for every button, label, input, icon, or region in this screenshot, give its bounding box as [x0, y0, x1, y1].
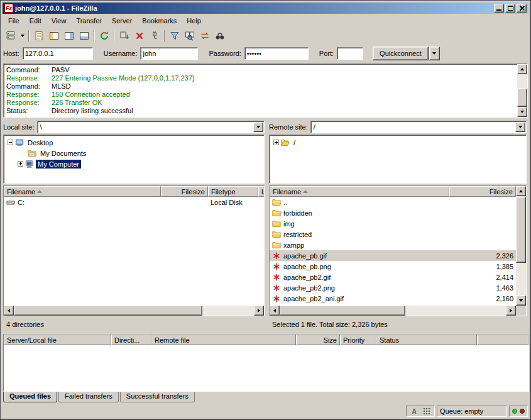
tab-failed-transfers[interactable]: Failed transfers	[58, 392, 119, 402]
expand-icon[interactable]	[273, 140, 279, 145]
column-filesize[interactable]: Filesize	[161, 186, 208, 197]
scroll-thumb[interactable]	[517, 88, 527, 107]
column-filetype[interactable]: Filetype	[208, 186, 258, 197]
toggle-queue-button[interactable]	[77, 29, 92, 43]
scroll-right-button[interactable]	[254, 306, 264, 316]
tree-item-root[interactable]: /	[292, 138, 297, 147]
menu-bookmarks[interactable]: Bookmarks	[137, 15, 182, 26]
statusbar-indicators	[406, 406, 435, 417]
file-row[interactable]: apache_pb2.png1,463	[270, 282, 516, 293]
process-queue-button[interactable]	[117, 29, 132, 43]
file-row[interactable]: xampp	[270, 240, 516, 250]
column-status[interactable]: Status	[376, 334, 477, 345]
message-log-icon	[34, 31, 44, 41]
menu-edit[interactable]: Edit	[25, 15, 47, 26]
folder-icon	[272, 241, 281, 250]
scroll-up-button[interactable]	[516, 186, 526, 196]
tab-queued-files[interactable]: Queued files	[3, 392, 57, 402]
password-input[interactable]	[244, 47, 309, 60]
host-input[interactable]	[23, 47, 93, 60]
remote-site-combo[interactable]: /	[310, 121, 527, 133]
file-row[interactable]: apache_pb2.gif2,414	[270, 272, 516, 282]
toolbar-separator	[164, 30, 165, 41]
scroll-down-button[interactable]	[516, 296, 526, 306]
scroll-up-button[interactable]	[517, 64, 527, 74]
quickconnect-dropdown[interactable]	[429, 47, 440, 60]
image-file-icon	[272, 251, 281, 260]
close-icon	[518, 5, 525, 11]
file-row[interactable]: ..	[270, 197, 516, 207]
column-remote-file[interactable]: Remote file	[151, 334, 296, 345]
drive-icon	[6, 198, 15, 207]
tab-successful-transfers[interactable]: Successful transfers	[120, 392, 195, 402]
log-scrollbar[interactable]	[517, 64, 527, 117]
menu-transfer[interactable]: Transfer	[71, 15, 107, 26]
scroll-down-button[interactable]	[517, 107, 527, 117]
remote-site-dropdown[interactable]	[515, 122, 525, 132]
expand-icon[interactable]	[18, 161, 23, 167]
file-name: restricted	[283, 231, 312, 238]
file-row[interactable]: restricted	[270, 229, 516, 240]
file-row[interactable]: C: Local Disk	[4, 197, 264, 207]
menu-file[interactable]: File	[3, 15, 25, 26]
column-filename[interactable]: Filename	[270, 186, 449, 197]
remote-vscrollbar[interactable]	[516, 186, 526, 306]
menu-server[interactable]: Server	[107, 15, 137, 26]
find-button[interactable]	[212, 29, 227, 43]
quickconnect-button[interactable]: Quickconnect	[373, 47, 429, 60]
refresh-button[interactable]	[97, 29, 112, 43]
scroll-left-button[interactable]	[4, 306, 14, 316]
file-row[interactable]: apache_pb.png1,385	[270, 261, 516, 272]
column-last-modified[interactable]: L	[258, 186, 264, 197]
column-size[interactable]: Size	[296, 334, 340, 345]
toggle-log-button[interactable]	[31, 29, 47, 43]
site-manager-dropdown[interactable]	[18, 29, 26, 43]
remote-hscrollbar[interactable]	[270, 306, 516, 316]
file-row-selected[interactable]: apache_pb.gif2,326	[270, 250, 516, 261]
remote-list-body[interactable]: .. forbidden img restricted xampp apache…	[270, 197, 516, 306]
scroll-left-button[interactable]	[270, 306, 280, 316]
username-input[interactable]	[140, 47, 198, 60]
port-input[interactable]	[337, 47, 363, 60]
message-log[interactable]: Command:PASV Response:227 Entering Passi…	[3, 64, 528, 118]
minimize-button[interactable]	[494, 4, 504, 13]
titlebar[interactable]: Fz john@127.0.0.1 - FileZilla	[3, 3, 528, 14]
toggle-remote-tree-button[interactable]	[62, 29, 77, 43]
scroll-thumb[interactable]	[516, 197, 526, 263]
cancel-button[interactable]	[132, 29, 147, 43]
sync-browsing-button[interactable]	[197, 29, 212, 43]
local-hscrollbar[interactable]	[4, 306, 264, 316]
maximize-button[interactable]	[505, 4, 515, 13]
keypad-icon[interactable]	[422, 407, 432, 416]
remote-tree[interactable]: /	[269, 135, 527, 184]
column-filename[interactable]: Filename	[4, 186, 161, 197]
local-site-dropdown[interactable]	[253, 122, 263, 132]
column-server-local-file[interactable]: Server/Local file	[4, 334, 111, 345]
filter-button[interactable]	[167, 29, 182, 43]
toggle-local-tree-button[interactable]	[47, 29, 62, 43]
file-row[interactable]: forbidden	[270, 207, 516, 218]
scroll-right-button[interactable]	[506, 306, 516, 316]
ascii-type-icon[interactable]	[409, 407, 419, 416]
local-list-body[interactable]: C: Local Disk	[4, 197, 264, 306]
disconnect-button[interactable]	[147, 29, 162, 43]
queue-body[interactable]	[4, 345, 528, 391]
collapse-icon[interactable]	[8, 140, 13, 145]
close-button[interactable]	[517, 4, 527, 13]
column-priority[interactable]: Priority	[340, 334, 376, 345]
local-site-combo[interactable]: \	[37, 121, 265, 133]
menu-help[interactable]: Help	[182, 15, 206, 26]
column-filesize[interactable]: Filesize	[449, 186, 516, 197]
menu-view[interactable]: View	[47, 15, 72, 26]
file-row[interactable]: img	[270, 218, 516, 229]
tree-item-desktop[interactable]: Desktop	[26, 138, 55, 147]
site-manager-button[interactable]	[3, 29, 18, 43]
local-tree[interactable]: Desktop My Documents My Computer	[3, 135, 265, 184]
tree-item-my-computer[interactable]: My Computer	[36, 160, 81, 169]
compare-button[interactable]	[182, 29, 197, 43]
column-direction[interactable]: Directi...	[111, 334, 151, 345]
file-row[interactable]: apache_pb2_ani.gif2,160	[270, 293, 516, 304]
tree-item-my-documents[interactable]: My Documents	[38, 149, 88, 158]
scroll-thumb[interactable]	[14, 306, 202, 316]
scroll-thumb[interactable]	[280, 306, 405, 316]
